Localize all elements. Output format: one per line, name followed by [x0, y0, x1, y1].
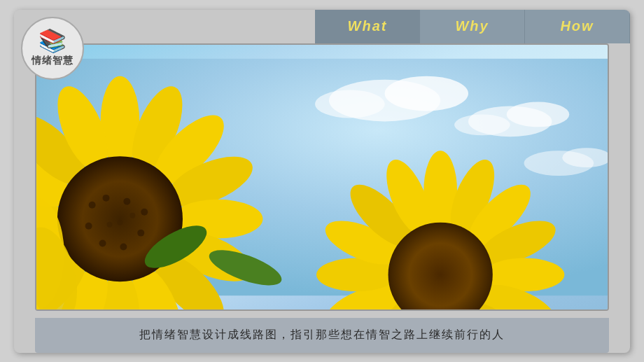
slide-container: 📚 情绪智慧 What Why How: [14, 10, 630, 353]
book-icon: 📚: [38, 29, 66, 52]
caption-bar: 把情绪智慧设计成线路图，指引那些想在情智之路上继续前行的人: [35, 318, 609, 353]
sunflower-svg: [36, 45, 608, 309]
logo-text: 情绪智慧: [31, 55, 74, 67]
svg-point-29: [141, 208, 148, 215]
svg-point-6: [454, 114, 510, 135]
svg-point-28: [123, 197, 130, 204]
svg-point-3: [315, 90, 385, 118]
svg-point-5: [507, 102, 570, 127]
svg-point-27: [103, 194, 110, 201]
svg-point-31: [120, 243, 127, 250]
svg-point-34: [89, 201, 96, 208]
svg-point-30: [137, 229, 144, 236]
logo-circle: 📚 情绪智慧: [21, 17, 84, 80]
tab-what[interactable]: What: [315, 10, 420, 43]
svg-point-35: [117, 219, 122, 225]
nav-tabs: What Why How: [315, 10, 630, 43]
tab-why[interactable]: Why: [420, 10, 525, 43]
svg-point-32: [99, 239, 106, 246]
svg-point-33: [85, 222, 92, 229]
caption-text: 把情绪智慧设计成线路图，指引那些想在情智之路上继续前行的人: [139, 328, 505, 342]
sunflower-scene: [36, 45, 608, 309]
tab-how[interactable]: How: [525, 10, 630, 43]
svg-point-37: [107, 221, 113, 227]
main-image: [35, 43, 609, 311]
svg-point-2: [385, 76, 468, 111]
svg-point-36: [130, 212, 135, 218]
